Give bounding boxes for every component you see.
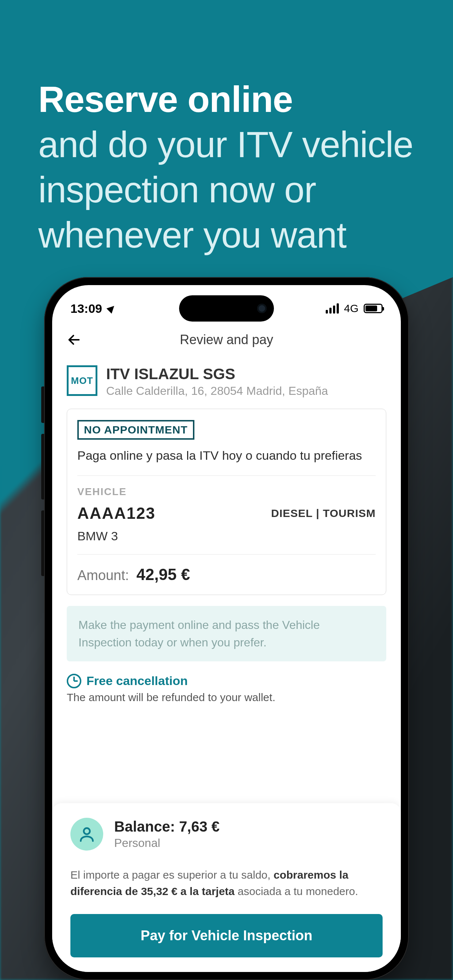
network-label: 4G (344, 302, 359, 315)
vehicle-model: BMW 3 (77, 529, 376, 555)
balance-label: Balance: (114, 818, 175, 835)
phone-screen: 13:09 4G Review and pay MOT (52, 285, 401, 972)
headline-rest: and do your ITV vehicle inspection now o… (38, 124, 413, 255)
booking-card: NO APPOINTMENT Paga online y pasa la ITV… (67, 409, 386, 595)
amount-label: Amount: (77, 568, 129, 583)
signal-icon (326, 303, 339, 313)
vehicle-fuel-type: DIESEL | TOURISM (271, 507, 376, 520)
booking-description: Paga online y pasa la ITV hoy o cuando t… (77, 447, 376, 476)
wallet-note-prefix: El importe a pagar es superior a tu sald… (70, 869, 274, 881)
clock-icon (67, 674, 81, 688)
status-time: 13:09 (70, 302, 102, 316)
amount-value: 42,95 € (136, 565, 190, 583)
cancellation-section: Free cancellation The amount will be ref… (67, 674, 386, 704)
vehicle-plate: AAAA123 (77, 504, 156, 522)
amount-row: Amount: 42,95 € (77, 565, 376, 584)
dynamic-island (179, 295, 274, 321)
page-title: Review and pay (180, 332, 273, 347)
station-header: MOT ITV ISLAZUL SGS Calle Calderilla, 16… (67, 365, 386, 398)
vehicle-section-label: VEHICLE (77, 486, 376, 498)
location-icon (107, 303, 117, 313)
balance-line: Balance: 7,63 € (114, 818, 220, 835)
marketing-headline: Reserve online and do your ITV vehicle i… (38, 76, 453, 258)
wallet-card: Balance: 7,63 € Personal El importe a pa… (52, 803, 401, 972)
info-banner: Make the payment online and pass the Veh… (67, 606, 386, 661)
app-store-screenshot: Reserve online and do your ITV vehicle i… (0, 0, 453, 980)
wallet-note: El importe a pagar es superior a tu sald… (70, 867, 383, 899)
pay-button[interactable]: Pay for Vehicle Inspection (70, 914, 383, 958)
cancellation-title: Free cancellation (86, 674, 188, 688)
station-name: ITV ISLAZUL SGS (106, 365, 328, 383)
nav-bar: Review and pay (52, 325, 401, 355)
user-icon (70, 818, 103, 851)
headline-bold: Reserve online (38, 79, 292, 119)
svg-point-1 (84, 828, 90, 834)
cancellation-subtitle: The amount will be refunded to your wall… (67, 691, 386, 704)
wallet-note-suffix: asociada a tu monedero. (234, 885, 358, 897)
phone-frame: 13:09 4G Review and pay MOT (44, 277, 409, 980)
no-appointment-badge: NO APPOINTMENT (77, 420, 195, 440)
account-label: Personal (114, 836, 220, 850)
battery-icon (364, 304, 383, 313)
balance-value: 7,63 € (179, 818, 220, 835)
station-address: Calle Calderilla, 16, 28054 Madrid, Espa… (106, 384, 328, 398)
station-badge: MOT (67, 365, 97, 396)
back-button[interactable] (67, 332, 81, 347)
